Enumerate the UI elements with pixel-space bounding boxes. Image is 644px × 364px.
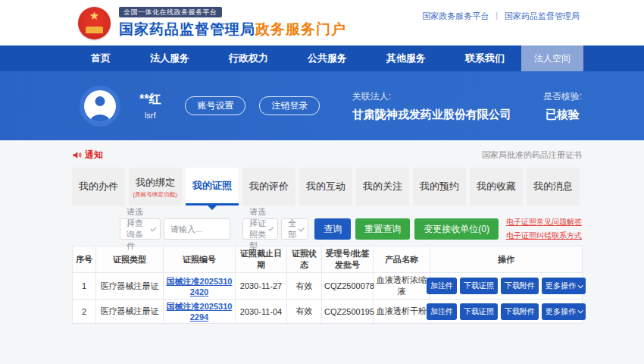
- ecert-faq-link[interactable]: 电子证照常见问题解答: [506, 217, 582, 228]
- tab-my-messages[interactable]: 我的消息: [527, 168, 580, 206]
- nav-corp-space[interactable]: 法人空间: [521, 46, 583, 71]
- cell-no: 1: [73, 273, 96, 300]
- verify-block: 是否核验: 已核验: [543, 90, 582, 122]
- col-header-status: 证照状态: [287, 246, 322, 273]
- nav-item-public-services[interactable]: 公共服务: [308, 46, 347, 71]
- avatar-person-icon: [84, 90, 116, 122]
- emblem-gate-icon: [86, 27, 103, 33]
- link-nmpa[interactable]: 国家药品监督管理局: [505, 11, 580, 22]
- top-links-divider: |: [496, 11, 498, 20]
- tab-my-certificates[interactable]: 我的证照: [186, 168, 239, 206]
- tab-my-reviews[interactable]: 我的评价: [242, 168, 295, 206]
- verify-status: 已核验: [543, 108, 582, 122]
- platform-badge: 全国一体化在线政务服务平台: [119, 7, 222, 17]
- query-condition-select[interactable]: 请选择查询条件: [120, 218, 161, 240]
- cell-type: 医疗器械注册证: [96, 300, 164, 324]
- page: ★ 全国一体化在线政务服务平台 国家药品监督管理局政务服务门户 国家政务服务平台…: [0, 0, 644, 364]
- cell-actions: 加注件 下载证照 下载附件 更多操作: [430, 300, 583, 324]
- search-button[interactable]: 查询: [314, 218, 351, 240]
- speaker-icon: [72, 150, 82, 160]
- col-header-number: 证照编号: [164, 246, 236, 273]
- verify-label: 是否核验:: [543, 90, 582, 103]
- change-receiver-button[interactable]: 变更接收单位(0): [414, 218, 499, 240]
- chevron-down-icon: [578, 283, 583, 288]
- national-emblem-logo: ★: [78, 7, 111, 39]
- nav-item-contact[interactable]: 联系我们: [465, 46, 505, 71]
- certificate-number-link[interactable]: 国械注准20253102420: [167, 277, 233, 297]
- user-id: lsrf: [139, 111, 161, 120]
- chevron-down-icon: [269, 225, 274, 231]
- table-row: 2 医疗器械注册证 国械注准20253102294 2030-11-04 有效 …: [73, 300, 583, 324]
- cell-expire: 2030-11-04: [236, 300, 287, 324]
- user-name-block: **红 lsrf: [139, 92, 161, 120]
- reset-search-button[interactable]: 重置查询: [355, 218, 410, 240]
- notice-label: 通知: [85, 149, 103, 162]
- add-note-button[interactable]: 加注件: [427, 278, 457, 294]
- nav-item-other-services[interactable]: 其他服务: [386, 46, 426, 71]
- download-cert-button[interactable]: 下载证照: [460, 278, 498, 294]
- download-attachment-button[interactable]: 下载附件: [501, 278, 539, 294]
- cell-status: 有效: [287, 300, 322, 324]
- site-title: 国家药品监督管理局政务服务门户: [119, 20, 346, 39]
- download-cert-button[interactable]: 下载证照: [460, 303, 498, 320]
- tab-my-interactions[interactable]: 我的互动: [299, 168, 352, 206]
- cell-accept-no: CQZ2500078: [322, 273, 374, 300]
- ecert-links: 电子证照常见问题解答 电子证照纠错联系方式: [506, 217, 582, 241]
- chevron-down-icon: [151, 225, 156, 231]
- cell-accept-no: CQZ2500195: [322, 300, 374, 324]
- link-national-platform[interactable]: 国家政务服务平台: [422, 11, 489, 22]
- table-row: 1 医疗器械注册证 国械注准20253102420 2030-11-27 有效 …: [73, 273, 583, 300]
- tab-my-binding[interactable]: 我的绑定(原账号绑定功能): [129, 168, 182, 206]
- tabs: 我的办件 我的绑定(原账号绑定功能) 我的证照 我的评价 我的互动 我的关注 我…: [72, 168, 582, 206]
- certificate-number-link[interactable]: 国械注准20253102294: [167, 302, 233, 322]
- nav-item-legal-services[interactable]: 法人服务: [150, 46, 189, 71]
- tab-my-appointments[interactable]: 我的预约: [413, 168, 466, 206]
- site-title-agency: 国家药品监督管理局: [119, 21, 255, 37]
- status-select[interactable]: 全部: [281, 218, 308, 240]
- filter-bar: 请选择查询条件 请选择证照类型 全部 查询 重置查询 变更接收单位(0) 电子证…: [120, 217, 582, 241]
- nav-item-home[interactable]: 首页: [91, 46, 111, 71]
- notice-link[interactable]: 通知: [72, 149, 103, 162]
- cell-product: 血液透析干粉: [374, 300, 430, 324]
- legal-entity-name: 甘肃陇神戎发药业股份有限公司: [352, 108, 511, 122]
- cell-number: 国械注准20253102420: [164, 273, 236, 300]
- col-header-accept-no: 受理号/批签发批号: [322, 246, 374, 273]
- banner-info: 关联法人: 甘肃陇神戎发药业股份有限公司 是否核验: 已核验: [352, 90, 582, 122]
- site-title-portal: 政务服务门户: [255, 21, 346, 37]
- logo-text-block: 全国一体化在线政务服务平台 国家药品监督管理局政务服务门户: [119, 7, 346, 39]
- nav-item-admin-power[interactable]: 行政权力: [229, 46, 268, 71]
- top-header: ★ 全国一体化在线政务服务平台 国家药品监督管理局政务服务门户 国家政务服务平台…: [0, 0, 644, 46]
- tab-my-favorites[interactable]: 我的收藏: [470, 168, 523, 206]
- user-name: **红: [139, 92, 161, 108]
- user-avatar[interactable]: [80, 86, 120, 127]
- cell-actions: 加注件 下载证照 下载附件 更多操作: [430, 273, 583, 300]
- cell-status: 有效: [287, 273, 322, 300]
- more-actions-button[interactable]: 更多操作: [542, 278, 586, 294]
- cell-number: 国械注准20253102294: [164, 300, 236, 324]
- add-note-button[interactable]: 加注件: [427, 303, 457, 320]
- account-settings-button[interactable]: 账号设置: [185, 96, 245, 115]
- tab-my-follows[interactable]: 我的关注: [356, 168, 409, 206]
- content-area: 通知 国家局批准的药品注册证书 我的办件 我的绑定(原账号绑定功能) 我的证照 …: [0, 140, 644, 324]
- logout-button[interactable]: 注销登录: [259, 96, 320, 115]
- cell-type: 医疗器械注册证: [96, 273, 164, 300]
- user-banner: **红 lsrf 账号设置 注销登录 关联法人: 甘肃陇神戎发药业股份有限公司 …: [0, 71, 644, 140]
- more-actions-button[interactable]: 更多操作: [542, 303, 586, 320]
- legal-entity-label: 关联法人:: [352, 90, 511, 103]
- tab-my-applications[interactable]: 我的办件: [72, 168, 125, 206]
- cell-expire: 2030-11-27: [236, 273, 287, 300]
- ecert-contact-link[interactable]: 电子证照纠错联系方式: [506, 231, 582, 241]
- chevron-down-icon: [298, 224, 304, 231]
- cell-product: 血液透析浓缩液: [374, 273, 430, 300]
- cert-type-select[interactable]: 请选择证照类型: [242, 218, 278, 240]
- download-attachment-button[interactable]: 下载附件: [501, 303, 539, 320]
- certificates-table: 序号 证照类型 证照编号 证照截止日期 证照状态 受理号/批签发批号 产品名称 …: [72, 246, 583, 324]
- main-nav: 首页 法人服务 行政权力 公共服务 其他服务 联系我们 法人空间: [0, 46, 644, 71]
- cell-no: 2: [73, 300, 96, 324]
- notice-right-text[interactable]: 国家局批准的药品注册证书: [482, 149, 582, 161]
- emblem-star-icon: ★: [78, 10, 111, 21]
- tab-my-binding-subtitle: (原账号绑定功能): [133, 191, 177, 198]
- legal-entity-block: 关联法人: 甘肃陇神戎发药业股份有限公司: [352, 90, 511, 122]
- top-links: 国家政务服务平台 | 国家药品监督管理局: [422, 11, 580, 22]
- query-input[interactable]: [164, 218, 230, 240]
